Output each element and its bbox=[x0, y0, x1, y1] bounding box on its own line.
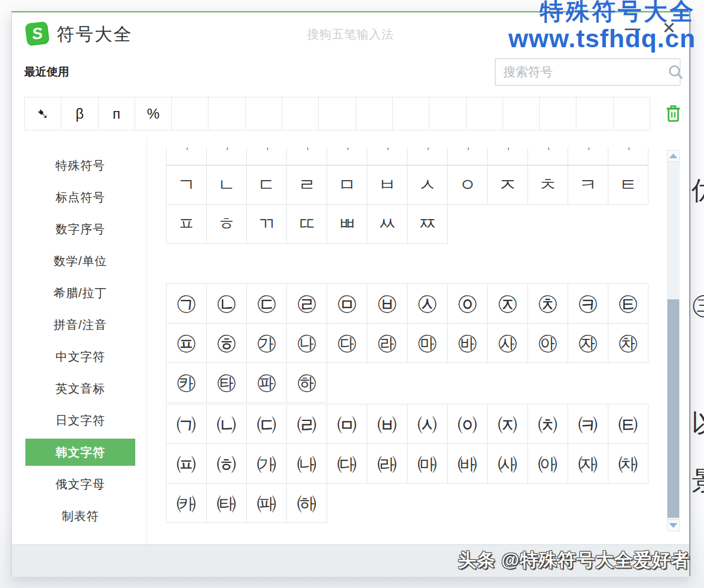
vertical-scrollbar[interactable] bbox=[667, 150, 680, 531]
sidebar-item-greek-latin[interactable]: 希腊/拉丁 bbox=[25, 277, 135, 309]
symbol-cell[interactable] bbox=[367, 148, 408, 165]
symbol-cell[interactable] bbox=[327, 148, 367, 165]
symbol-cell[interactable]: ㉭ bbox=[206, 323, 247, 363]
symbol-cell[interactable]: ㉪ bbox=[568, 283, 608, 324]
symbol-cell[interactable] bbox=[568, 148, 608, 165]
symbol-cell[interactable]: ㄴ bbox=[206, 165, 247, 205]
symbol-cell[interactable]: ㈗ bbox=[608, 443, 648, 484]
sidebar-item-punctuation[interactable]: 标点符号 bbox=[25, 181, 135, 213]
symbol-cell[interactable]: ㉴ bbox=[487, 323, 528, 363]
sidebar-item-chinese-chars[interactable]: 中文字符 bbox=[25, 341, 135, 373]
symbol-cell[interactable]: ㅂ bbox=[367, 165, 408, 205]
symbol-cell[interactable]: ㅍ bbox=[166, 204, 207, 244]
symbol-cell[interactable]: ㅊ bbox=[527, 165, 568, 205]
sidebar-item-russian-letters[interactable]: 俄文字母 bbox=[25, 468, 135, 500]
symbol-cell[interactable]: ㉰ bbox=[327, 323, 367, 363]
symbol-cell[interactable]: ㈊ bbox=[568, 404, 608, 444]
symbol-cell[interactable] bbox=[286, 148, 327, 165]
symbol-cell[interactable]: ㉹ bbox=[206, 362, 247, 403]
symbol-cell[interactable]: ㈍ bbox=[206, 443, 247, 484]
scroll-down-button[interactable] bbox=[667, 520, 680, 531]
symbol-cell[interactable]: ㅌ bbox=[608, 165, 648, 205]
sidebar-item-english-phonetic[interactable]: 英文音标 bbox=[25, 373, 135, 404]
search-icon[interactable] bbox=[667, 63, 685, 81]
symbol-cell[interactable]: ㉥ bbox=[367, 283, 408, 324]
symbol-cell[interactable]: ㅋ bbox=[568, 165, 608, 205]
symbol-cell[interactable]: ㅃ bbox=[327, 204, 367, 244]
symbol-cell[interactable]: ㉬ bbox=[166, 323, 207, 363]
symbol-cell[interactable]: ㈑ bbox=[367, 443, 408, 484]
symbol-cell[interactable]: ㉶ bbox=[568, 323, 608, 363]
symbol-cell[interactable]: ㉠ bbox=[166, 283, 207, 324]
symbol-cell[interactable]: ㅉ bbox=[407, 204, 448, 244]
symbol-cell[interactable]: ㈏ bbox=[286, 443, 327, 484]
symbol-cell[interactable]: ㉷ bbox=[608, 323, 648, 363]
scroll-up-button[interactable] bbox=[667, 150, 680, 162]
recent-symbol-cell[interactable]: ➷ bbox=[24, 97, 61, 130]
symbol-cell[interactable]: ㉢ bbox=[246, 283, 287, 324]
symbol-cell[interactable]: ㈎ bbox=[246, 443, 287, 484]
symbol-cell[interactable]: ㉣ bbox=[286, 283, 327, 324]
symbol-cell[interactable] bbox=[487, 148, 528, 165]
symbol-cell[interactable]: ㈖ bbox=[568, 443, 608, 484]
symbol-cell[interactable]: ㈐ bbox=[327, 443, 367, 484]
sidebar-item-japanese-chars[interactable]: 日文字符 bbox=[25, 404, 135, 436]
symbol-cell[interactable]: ㈃ bbox=[286, 404, 327, 444]
symbol-cell[interactable]: ㉻ bbox=[286, 362, 327, 403]
symbol-cell[interactable]: ㈔ bbox=[487, 443, 528, 484]
symbol-cell[interactable] bbox=[407, 148, 448, 165]
sidebar-item-pinyin-zhuyin[interactable]: 拼音/注音 bbox=[25, 309, 135, 341]
symbol-cell[interactable]: ㅇ bbox=[447, 165, 488, 205]
symbol-cell[interactable]: ㉩ bbox=[527, 283, 568, 324]
symbol-cell[interactable]: ㈕ bbox=[527, 443, 568, 484]
scrollbar-thumb[interactable] bbox=[667, 299, 679, 518]
symbol-cell[interactable]: ㉦ bbox=[407, 283, 448, 324]
symbol-cell[interactable]: ㉸ bbox=[166, 362, 207, 403]
sidebar-item-math-units[interactable]: 数学/单位 bbox=[25, 245, 135, 277]
symbol-cell[interactable]: ㉱ bbox=[367, 323, 408, 363]
recent-symbol-cell[interactable]: п bbox=[98, 97, 135, 130]
symbol-cell[interactable] bbox=[447, 148, 488, 165]
symbol-cell[interactable] bbox=[527, 148, 568, 165]
symbol-cell[interactable]: ㈉ bbox=[527, 404, 568, 444]
symbol-cell[interactable]: ㅁ bbox=[327, 165, 367, 205]
symbol-cell[interactable]: ㈇ bbox=[447, 404, 488, 444]
symbol-cell[interactable]: ㉧ bbox=[447, 283, 488, 324]
symbol-cell[interactable]: ㄹ bbox=[286, 165, 327, 205]
symbol-cell[interactable]: ㄲ bbox=[246, 204, 287, 244]
symbol-cell[interactable]: ㉯ bbox=[286, 323, 327, 363]
symbol-cell[interactable]: ㉫ bbox=[608, 283, 648, 324]
symbol-cell[interactable]: ㈈ bbox=[487, 404, 528, 444]
symbol-cell[interactable]: ㈛ bbox=[286, 483, 327, 523]
symbol-cell[interactable]: ㈁ bbox=[206, 404, 247, 444]
sidebar-item-tab-chars[interactable]: 制表符 bbox=[25, 500, 135, 532]
recent-symbol-cell[interactable]: β bbox=[61, 97, 98, 130]
symbol-cell[interactable]: ㈆ bbox=[407, 404, 448, 444]
symbol-cell[interactable]: ㉺ bbox=[246, 362, 287, 403]
sidebar-item-korean-chars[interactable]: 韩文字符 bbox=[25, 439, 135, 466]
symbol-cell[interactable]: ㉳ bbox=[447, 323, 488, 363]
symbol-cell[interactable] bbox=[608, 148, 648, 165]
symbol-cell[interactable]: ㉲ bbox=[407, 323, 448, 363]
symbol-cell[interactable]: ㄱ bbox=[166, 165, 207, 205]
symbol-cell[interactable]: ㅈ bbox=[487, 165, 528, 205]
symbol-cell[interactable]: ㄷ bbox=[246, 165, 287, 205]
sidebar-item-numeric-ordinals[interactable]: 数字序号 bbox=[25, 213, 135, 245]
symbol-cell[interactable]: ㉤ bbox=[327, 283, 367, 324]
sidebar-item-special-symbols[interactable]: 特殊符号 bbox=[25, 149, 135, 181]
symbol-cell[interactable]: ㈙ bbox=[206, 483, 247, 523]
symbol-cell[interactable]: ㉵ bbox=[527, 323, 568, 363]
clear-recent-button[interactable] bbox=[663, 102, 684, 125]
symbol-cell[interactable]: ㉨ bbox=[487, 283, 528, 324]
symbol-cell[interactable]: ㈌ bbox=[166, 443, 207, 484]
symbol-cell[interactable] bbox=[166, 148, 207, 165]
symbol-cell[interactable]: ㅆ bbox=[367, 204, 408, 244]
symbol-cell[interactable]: ㈅ bbox=[367, 404, 408, 444]
symbol-cell[interactable]: ㉮ bbox=[246, 323, 287, 363]
symbol-cell[interactable]: ㈓ bbox=[447, 443, 488, 484]
symbol-cell[interactable] bbox=[206, 148, 247, 165]
symbol-cell[interactable]: ㉡ bbox=[206, 283, 247, 324]
symbol-cell[interactable] bbox=[246, 148, 287, 165]
symbol-cell[interactable]: ㈚ bbox=[246, 483, 287, 523]
symbol-cell[interactable]: ㅅ bbox=[407, 165, 448, 205]
